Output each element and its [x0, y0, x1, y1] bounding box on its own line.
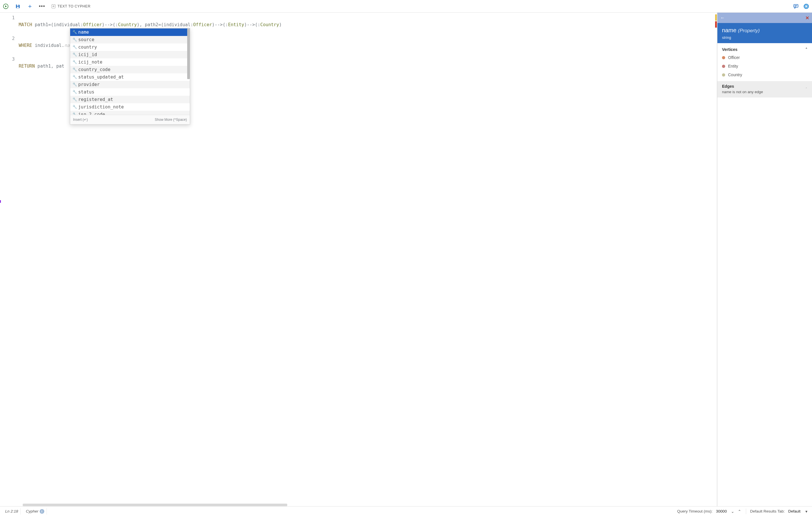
- autocomplete-item-label: status: [78, 89, 94, 95]
- vertex-label: Country: [728, 73, 742, 77]
- property-icon: 🔧: [72, 36, 77, 43]
- scrollbar-thumb[interactable]: [187, 28, 190, 79]
- autocomplete-item-label: icij_id: [78, 51, 97, 58]
- results-tab-label: Default Results Tab:: [750, 509, 785, 513]
- edges-note: name is not on any edge: [722, 90, 763, 94]
- autocomplete-item[interactable]: 🔧provider: [70, 81, 190, 88]
- property-panel-topbar: ← ✕: [717, 13, 812, 23]
- language-mode[interactable]: Cypher i: [24, 508, 47, 515]
- vertices-section-header[interactable]: Vertices ˄: [717, 43, 812, 54]
- warning-marker: [715, 15, 717, 21]
- main-area: 1 MATCH path1=(individual:Officer)-->(:C…: [0, 13, 812, 506]
- property-icon: 🔧: [72, 74, 77, 81]
- property-panel-header: name (Property) string: [717, 23, 812, 43]
- autocomplete-item[interactable]: 🔧source: [70, 36, 190, 44]
- vertex-color-dot: [722, 56, 725, 59]
- autocomplete-popup: 🔧name 🔧source 🔧country 🔧icij_id 🔧icij_no…: [70, 28, 190, 124]
- new-button[interactable]: ＋: [27, 3, 33, 9]
- horizontal-scrollbar[interactable]: [2, 504, 717, 506]
- svg-rect-6: [794, 4, 798, 7]
- autocomplete-item-label: status_updated_at: [78, 74, 124, 81]
- line-number: 1: [2, 15, 19, 35]
- svg-marker-1: [5, 5, 7, 7]
- svg-rect-3: [17, 6, 19, 8]
- cursor-position: Ln 2:18: [3, 508, 21, 515]
- close-button[interactable]: ✕: [805, 15, 809, 21]
- save-button[interactable]: [15, 3, 21, 9]
- chevron-down-icon[interactable]: ⌄: [730, 509, 735, 514]
- more-menu-button[interactable]: •••: [39, 3, 45, 9]
- property-title: name (Property): [722, 27, 807, 34]
- info-icon[interactable]: i: [40, 509, 44, 514]
- autocomplete-item-label: name: [78, 29, 89, 36]
- run-button[interactable]: [3, 3, 9, 9]
- property-icon: 🔧: [72, 96, 77, 103]
- autocomplete-item-label: source: [78, 36, 94, 43]
- autocomplete-hint-more: Show More (^Space): [155, 116, 187, 123]
- property-icon: 🔧: [72, 44, 77, 51]
- vertex-item[interactable]: Country: [722, 73, 807, 77]
- property-icon: 🔧: [72, 66, 77, 73]
- left-gutter-stripe: [0, 13, 2, 506]
- vertex-color-dot: [722, 73, 725, 77]
- autocomplete-item-label: jurisdiction_note: [78, 104, 124, 110]
- svg-rect-2: [17, 4, 19, 6]
- autocomplete-item[interactable]: 🔧status: [70, 88, 190, 96]
- code-editor[interactable]: 1 MATCH path1=(individual:Officer)-->(:C…: [2, 13, 717, 504]
- back-button[interactable]: ←: [720, 15, 725, 21]
- graph-icon[interactable]: [803, 3, 809, 9]
- autocomplete-item-label: iso_2_code: [78, 111, 105, 115]
- autocomplete-list: 🔧name 🔧source 🔧country 🔧icij_id 🔧icij_no…: [70, 28, 190, 115]
- toolbar: ＋ ••• AI TEXT TO CYPHER: [0, 0, 812, 13]
- editor-panel: 1 MATCH path1=(individual:Officer)-->(:C…: [2, 13, 717, 506]
- dropdown-icon[interactable]: ▾: [804, 509, 809, 514]
- results-tab-value[interactable]: Default: [787, 509, 802, 513]
- property-icon: 🔧: [72, 104, 77, 110]
- autocomplete-item[interactable]: 🔧registered_at: [70, 96, 190, 103]
- status-bar: Ln 2:18 Cypher i Query Timeout (ms): 300…: [0, 506, 812, 516]
- vertices-list: Officer Entity Country: [717, 54, 812, 81]
- autocomplete-item[interactable]: 🔧name: [70, 28, 190, 36]
- vertex-item[interactable]: Entity: [722, 64, 807, 68]
- property-icon: 🔧: [72, 29, 77, 36]
- autocomplete-item[interactable]: 🔧country_code: [70, 66, 190, 73]
- chevron-up-icon: ˄: [805, 47, 807, 52]
- vertex-item[interactable]: Officer: [722, 55, 807, 60]
- property-icon: 🔧: [72, 111, 77, 115]
- text-to-cypher-button[interactable]: AI TEXT TO CYPHER: [51, 4, 91, 9]
- autocomplete-item-label: country_code: [78, 66, 110, 73]
- query-timeout-label: Query Timeout (ms):: [677, 509, 713, 513]
- error-marker: [715, 21, 717, 28]
- vertex-label: Officer: [728, 55, 740, 60]
- edges-title: Edges: [722, 84, 763, 89]
- autocomplete-item[interactable]: 🔧iso_2_code: [70, 111, 190, 115]
- line-number: 2: [2, 35, 19, 56]
- autocomplete-item[interactable]: 🔧jurisdiction_note: [70, 103, 190, 111]
- vertex-label: Entity: [728, 64, 738, 68]
- svg-text:AI: AI: [53, 5, 54, 7]
- property-icon: 🔧: [72, 89, 77, 95]
- vertices-title: Vertices: [722, 47, 737, 52]
- edges-section[interactable]: Edges name is not on any edge ˄: [717, 81, 812, 97]
- ai-icon: AI: [51, 4, 56, 9]
- autocomplete-item[interactable]: 🔧status_updated_at: [70, 73, 190, 81]
- vertex-color-dot: [722, 65, 725, 68]
- property-panel: ← ✕ name (Property) string Vertices ˄ Of…: [717, 13, 812, 506]
- autocomplete-item[interactable]: 🔧country: [70, 44, 190, 51]
- query-timeout-value[interactable]: 30000: [715, 509, 728, 513]
- property-icon: 🔧: [72, 81, 77, 88]
- property-icon: 🔧: [72, 59, 77, 65]
- autocomplete-item-label: icij_note: [78, 59, 103, 65]
- autocomplete-item[interactable]: 🔧icij_id: [70, 51, 190, 58]
- chevron-up-icon: ˄: [805, 87, 807, 91]
- comments-icon[interactable]: [793, 3, 799, 9]
- autocomplete-item-label: country: [78, 44, 97, 51]
- autocomplete-item-label: registered_at: [78, 96, 113, 103]
- autocomplete-item[interactable]: 🔧icij_note: [70, 58, 190, 66]
- divider: [746, 509, 746, 514]
- scrollbar-thumb[interactable]: [23, 504, 287, 506]
- line-number: 3: [2, 56, 19, 77]
- chevron-up-icon[interactable]: ⌃: [737, 509, 742, 514]
- autocomplete-item-label: provider: [78, 81, 100, 88]
- property-icon: 🔧: [72, 51, 77, 58]
